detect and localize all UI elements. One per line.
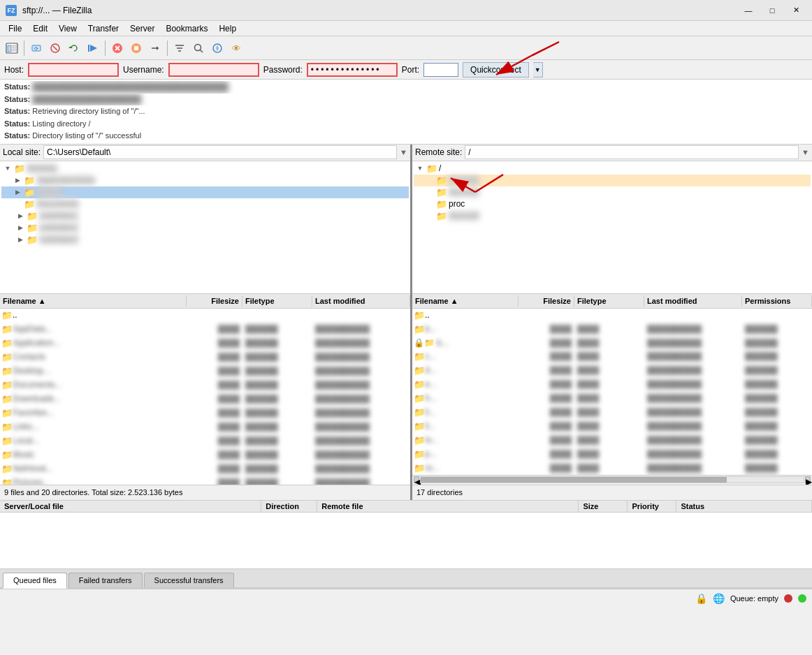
sync-browse-btn[interactable] (208, 39, 226, 57)
local-path-input[interactable] (43, 145, 397, 159)
compare-btn[interactable]: 👁 (227, 39, 245, 57)
local-tree[interactable]: ▼ 📁 Desktop ▶ 📁 ApplicationData ▶ 📁 Defa… (0, 161, 410, 294)
local-file-row-3[interactable]: 📁Contacts ████ ██████ ██████████ (0, 351, 410, 365)
site-manager-group (3, 39, 21, 57)
hscroll-thumb[interactable] (421, 477, 727, 483)
remote-file-row-1[interactable]: 📁b... ████ ████ ██████████ ██████ (412, 323, 812, 337)
reconnect-btn[interactable]: ⟳ (27, 39, 45, 57)
local-file-row-7[interactable]: 📁Favorites... ████ ██████ ██████████ (0, 406, 410, 420)
local-tree-item-2[interactable]: ▶ 📁 Default (1, 186, 409, 198)
local-file-row-1[interactable]: 📁AppData... ████ ██████ ██████████ (0, 323, 410, 337)
remote-file-row-5[interactable]: 📁e... ████ ████ ██████████ ██████ (412, 378, 812, 392)
local-col-filename[interactable]: Filename ▲ (0, 295, 187, 307)
local-tree-item-1[interactable]: ▶ 📁 ApplicationData (1, 175, 409, 186)
remote-col-perms[interactable]: Permissions (742, 295, 812, 307)
menu-transfer[interactable]: Transfer (82, 22, 124, 35)
remote-tree-item-2[interactable]: 📁 blurred2 (414, 186, 811, 198)
remote-file-row-11[interactable]: 📁ro... ████ ████ ██████████ ██████ (412, 462, 812, 475)
search-btn[interactable] (189, 39, 208, 57)
queue-col-status[interactable]: Status (676, 501, 812, 512)
maximize-button[interactable]: □ (762, 3, 783, 17)
menu-file[interactable]: File (3, 22, 27, 35)
remote-tree-item-1[interactable]: 📁 blurred1 (414, 175, 811, 186)
filter-btn[interactable] (171, 39, 189, 57)
username-input[interactable] (168, 63, 259, 77)
local-col-modified[interactable]: Last modified (312, 295, 410, 307)
stop-btn[interactable] (127, 39, 145, 57)
quickconnect-dropdown[interactable]: ▼ (533, 62, 543, 78)
local-file-row-10[interactable]: 📁Music ████ ██████ ██████████ (0, 448, 410, 462)
remote-hscroll[interactable]: ◀ ▶ (412, 475, 812, 485)
local-file-list[interactable]: 📁.. 📁AppData... ████ ██████ ██████████ 📁… (0, 309, 410, 485)
remote-col-modified[interactable]: Last modified (644, 295, 742, 307)
local-tree-item-4[interactable]: ▶ 📁 subfolder2 (1, 222, 409, 234)
remote-file-row-2[interactable]: 🔒📁b... ████ ████ ██████████ ██████ (412, 337, 812, 350)
tab-failed-transfers[interactable]: Failed transfers (68, 573, 143, 587)
transfer-type-btn[interactable] (146, 39, 164, 57)
quickconnect-button[interactable]: Quickconnect (463, 62, 529, 78)
port-input[interactable] (423, 63, 458, 77)
status-line-3: Status: Retrieving directory listing of … (4, 105, 808, 118)
remote-file-row-7[interactable]: 📁li... ████ ████ ██████████ ██████ (412, 406, 812, 420)
minimize-button[interactable]: — (738, 3, 759, 17)
site-manager-btn[interactable] (3, 39, 21, 57)
menu-edit[interactable]: Edit (27, 22, 53, 35)
remote-file-row-up[interactable]: 📁.. (412, 309, 812, 323)
remote-tree-item-root[interactable]: ▼ 📁 / (414, 163, 811, 175)
local-path-dropdown[interactable]: ▼ (400, 148, 407, 156)
hscroll-track[interactable] (420, 476, 804, 483)
tab-queued-files[interactable]: Queued files (3, 573, 67, 589)
close-button[interactable]: ✕ (785, 3, 806, 17)
remote-tree-item-4[interactable]: 📁 blurred3 (414, 210, 811, 222)
local-tree-item-3[interactable]: 📁 Documents (1, 198, 409, 210)
local-file-row-12[interactable]: 📁Pictures... ████ ██████ ██████████ (0, 476, 410, 485)
remote-file-row-10[interactable]: 📁p... ████ ████ ██████████ ██████ (412, 448, 812, 462)
local-tree-item-b[interactable]: ▶ 📁 subfolder1 (1, 210, 409, 222)
remote-tree[interactable]: ▼ 📁 / 📁 blurred1 📁 blurred2 📁 proc (412, 161, 812, 294)
local-col-filesize[interactable]: Filesize (187, 295, 242, 307)
remote-file-row-4[interactable]: 📁d... ████ ████ ██████████ ██████ (412, 364, 812, 378)
remote-col-filename[interactable]: Filename ▲ (412, 295, 519, 307)
remote-file-row-6[interactable]: 📁h... ████ ████ ██████████ ██████ (412, 392, 812, 406)
local-file-row-8[interactable]: 📁Links... ████ ██████ ██████████ (0, 420, 410, 434)
remote-file-row-3[interactable]: 📁c... ████ ████ ██████████ ██████ (412, 350, 812, 364)
local-file-row-2[interactable]: 📁Application... ████ ██████ ██████████ (0, 337, 410, 351)
hscroll-left[interactable]: ◀ (414, 476, 419, 483)
cancel-btn[interactable] (108, 39, 126, 57)
remote-tree-item-3[interactable]: 📁 proc (414, 198, 811, 210)
remote-file-row-9[interactable]: 📁lo... ████ ████ ██████████ ██████ (412, 434, 812, 448)
local-col-filetype[interactable]: Filetype (242, 295, 312, 307)
hscroll-right[interactable]: ▶ (805, 476, 811, 483)
menu-server[interactable]: Server (124, 22, 160, 35)
local-file-row-up[interactable]: 📁.. (0, 309, 410, 323)
remote-path-dropdown[interactable]: ▼ (802, 148, 809, 156)
local-tree-item-5[interactable]: ▶ 📁 subfolder3 (1, 234, 409, 246)
password-input[interactable] (307, 63, 398, 77)
local-tree-item-root[interactable]: ▼ 📁 Desktop (1, 163, 409, 175)
queue-col-remote[interactable]: Remote file (317, 501, 579, 512)
host-label: Host: (4, 65, 24, 75)
menu-view[interactable]: View (53, 22, 82, 35)
tab-successful-transfers[interactable]: Successful transfers (144, 573, 234, 587)
menu-bookmarks[interactable]: Bookmarks (160, 22, 213, 35)
remote-col-filetype[interactable]: Filetype (574, 295, 644, 307)
refresh-btn[interactable] (65, 39, 83, 57)
local-file-row-5[interactable]: 📁Documents... ████ ██████ ██████████ (0, 378, 410, 392)
queue-col-direction[interactable]: Direction (261, 501, 317, 512)
menu-help[interactable]: Help (213, 22, 242, 35)
local-file-row-6[interactable]: 📁Downloads... ████ ██████ ██████████ (0, 392, 410, 406)
local-file-row-11[interactable]: 📁NetHood... ████ ██████ ██████████ (0, 462, 410, 476)
queue-col-size[interactable]: Size (579, 501, 628, 512)
disconnect-btn[interactable] (46, 39, 64, 57)
local-file-row-9[interactable]: 📁Local... ████ ██████ ██████████ (0, 434, 410, 448)
queue-col-priority[interactable]: Priority (628, 501, 676, 512)
queue-btn[interactable] (84, 39, 102, 57)
remote-file-list[interactable]: 📁.. 📁b... ████ ████ ██████████ ██████ 🔒📁… (412, 309, 812, 475)
remote-file-row-8[interactable]: 📁li... ████ ████ ██████████ ██████ (412, 420, 812, 434)
nav-group: ⟳ (27, 39, 102, 57)
remote-path-input[interactable] (465, 145, 799, 159)
remote-col-filesize[interactable]: Filesize (519, 295, 574, 307)
queue-col-server[interactable]: Server/Local file (0, 501, 261, 512)
local-file-row-4[interactable]: 📁Desktop... ████ ██████ ██████████ (0, 365, 410, 378)
host-input[interactable] (28, 63, 119, 77)
